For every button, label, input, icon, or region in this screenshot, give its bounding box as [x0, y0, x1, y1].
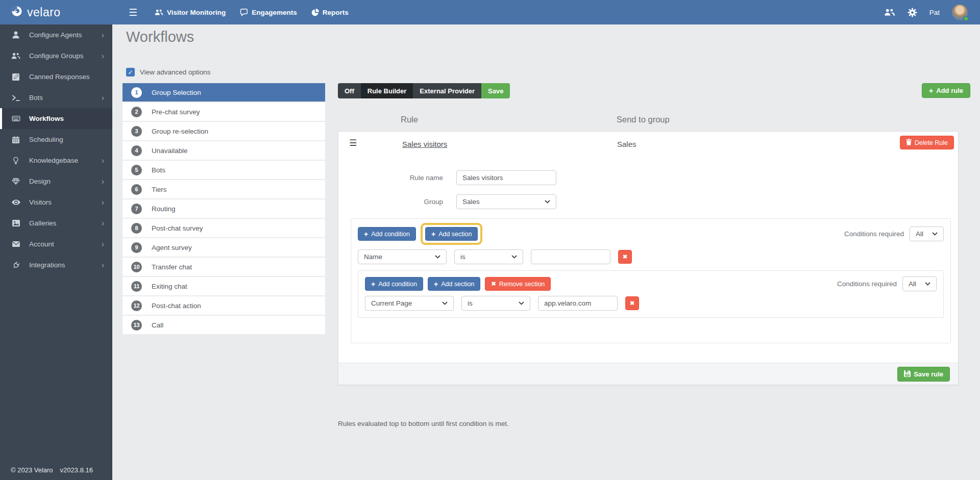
section-conditions-required-select[interactable]: All [902, 276, 937, 291]
section-add-section-button[interactable]: +Add section [428, 277, 481, 291]
top-navbar: velaro ☰ Visitor Monitoring Engagements … [0, 0, 980, 24]
sidebar-item-visitors[interactable]: Visitors › [0, 192, 112, 213]
rule-card-footer: Save rule [338, 363, 958, 385]
step-item-agent-survey[interactable]: 9Agent survey [122, 238, 325, 257]
step-number-badge: 6 [131, 184, 142, 195]
sidebar-item-bots[interactable]: Bots › [0, 87, 112, 108]
sidebar-item-knowledgebase[interactable]: Knowledgebase › [0, 150, 112, 171]
conditions-required-select[interactable]: All [910, 226, 944, 241]
mode-save-button[interactable]: Save [481, 83, 510, 98]
mode-external-provider-button[interactable]: External Provider [413, 83, 481, 98]
condition-operator-select[interactable]: is [454, 249, 523, 264]
condition-value-input[interactable] [531, 249, 610, 264]
condition-value-input[interactable] [538, 296, 618, 311]
user-name[interactable]: Pat [929, 9, 940, 16]
step-item-tiers[interactable]: 6Tiers [122, 180, 325, 198]
mode-off-button[interactable]: Off [338, 83, 361, 98]
chevron-down-icon [511, 255, 517, 259]
group-select[interactable]: Sales [456, 194, 556, 209]
add-condition-button[interactable]: +Add condition [358, 227, 416, 241]
settings-gear-icon[interactable] [908, 8, 917, 17]
envelope-icon [11, 241, 21, 247]
sidebar-item-account[interactable]: Account › [0, 234, 112, 255]
remove-section-button[interactable]: ✖Remove section [485, 277, 551, 291]
sidebar-item-galleries[interactable]: Galleries › [0, 213, 112, 234]
chevron-down-icon [435, 255, 440, 259]
plus-icon: + [431, 231, 435, 238]
sidebar: Configure Agents › Configure Groups › Ca… [0, 24, 112, 480]
trash-icon [906, 139, 912, 147]
condition-field-select[interactable]: Name [358, 249, 447, 264]
rule-card: ☰ Sales visitors Sales Delete Rule Rule … [338, 131, 959, 385]
sidebar-item-configure-agents[interactable]: Configure Agents › [0, 24, 112, 45]
step-item-call[interactable]: 13Call [122, 316, 325, 334]
nav-reports[interactable]: Reports [311, 9, 349, 16]
plus-icon: + [434, 281, 438, 288]
lightbulb-icon [11, 157, 21, 164]
step-item-group-selection[interactable]: 1Group Selection [122, 83, 325, 102]
sidebar-item-workflows[interactable]: Workflows [0, 108, 112, 129]
step-number-badge: 12 [131, 300, 142, 311]
user-avatar[interactable] [952, 5, 968, 20]
remove-condition-button[interactable]: ✖ [618, 250, 632, 264]
users-icon [11, 53, 21, 60]
advanced-options-label: View advanced options [140, 68, 211, 76]
conditions-required-label: Conditions required [837, 280, 897, 288]
step-number-badge: 7 [131, 204, 142, 214]
save-rule-button[interactable]: Save rule [897, 367, 950, 382]
step-number-badge: 10 [131, 262, 142, 272]
step-item-post-chat-action[interactable]: 12Post-chat action [122, 296, 325, 315]
eye-icon [11, 199, 21, 205]
sidebar-item-canned-responses[interactable]: Canned Responses [0, 66, 112, 87]
step-item-bots[interactable]: 5Bots [122, 161, 325, 179]
condition-field-select[interactable]: Current Page [365, 296, 454, 311]
rule-group-value: Sales [617, 140, 636, 148]
floppy-disk-icon [904, 370, 911, 378]
step-item-post-chat-survey[interactable]: 8Post-chat survey [122, 219, 325, 237]
sidebar-item-scheduling[interactable]: Scheduling [0, 129, 112, 150]
image-icon [11, 220, 21, 226]
plus-icon: + [371, 281, 375, 288]
nav-visitor-monitoring[interactable]: Visitor Monitoring [155, 9, 226, 16]
step-item-unavailable[interactable]: 4Unavailable [122, 141, 325, 160]
chevron-right-icon: › [102, 52, 104, 60]
sidebar-item-integrations[interactable]: Integrations › [0, 255, 112, 275]
chevron-right-icon: › [102, 198, 104, 207]
x-icon: ✖ [491, 281, 496, 287]
nav-engagements[interactable]: Engagements [240, 9, 297, 16]
drag-handle-icon[interactable]: ☰ [349, 139, 357, 147]
chevron-down-icon [519, 301, 524, 305]
sidebar-item-design[interactable]: Design › [0, 171, 112, 192]
workflow-mode-group: Off Rule Builder External Provider Save [338, 83, 510, 98]
brand[interactable]: velaro [0, 6, 112, 19]
condition-row: Name is ✖ [358, 249, 944, 264]
step-item-group-re-selection[interactable]: 3Group re-selection [122, 122, 325, 140]
plug-icon [11, 262, 21, 269]
step-item-transfer-chat[interactable]: 10Transfer chat [122, 258, 325, 276]
step-item-pre-chat-survey[interactable]: 2Pre-chat survey [122, 103, 325, 121]
sidebar-item-configure-groups[interactable]: Configure Groups › [0, 45, 112, 66]
hamburger-menu-icon[interactable]: ☰ [129, 8, 137, 17]
condition-operator-select[interactable]: is [461, 296, 530, 311]
rule-name-input[interactable] [456, 170, 556, 185]
plus-icon: + [929, 87, 933, 94]
delete-rule-button[interactable]: Delete Rule [900, 136, 954, 149]
brand-name: velaro [27, 6, 61, 19]
mode-rule-builder-button[interactable]: Rule Builder [361, 83, 413, 98]
terminal-icon [11, 95, 21, 101]
step-number-badge: 9 [131, 242, 142, 253]
add-section-button[interactable]: +Add section [425, 227, 478, 241]
calendar-icon [11, 136, 21, 143]
section-add-condition-button[interactable]: +Add condition [365, 277, 423, 291]
chevron-right-icon: › [102, 261, 104, 269]
checkbox-checked-icon[interactable]: ✓ [126, 68, 135, 77]
add-rule-button[interactable]: +Add rule [922, 83, 970, 98]
rule-name-link[interactable]: Sales visitors [402, 140, 447, 148]
agents-group-icon[interactable] [884, 8, 895, 17]
step-item-exiting-chat[interactable]: 11Exiting chat [122, 277, 325, 295]
keyboard-icon [11, 116, 21, 121]
step-number-badge: 3 [131, 126, 142, 137]
remove-condition-button[interactable]: ✖ [625, 296, 639, 310]
view-advanced-options-toggle[interactable]: ✓ View advanced options [126, 68, 211, 77]
step-item-routing[interactable]: 7Routing [122, 199, 325, 218]
